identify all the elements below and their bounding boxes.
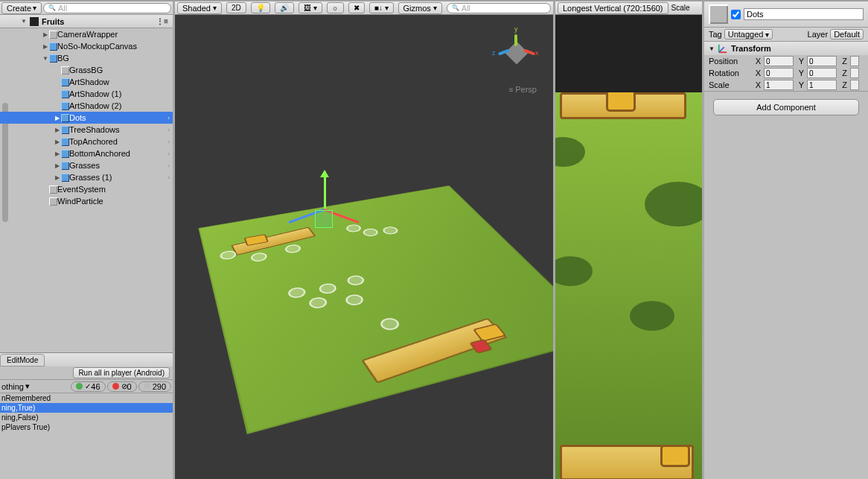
hierarchy-item[interactable]: ▶ CameraWrapper: [0, 28, 173, 40]
test-row[interactable]: pPlavers True): [0, 422, 173, 432]
position-z[interactable]: [850, 56, 859, 66]
dot: [317, 282, 338, 295]
rotation-z[interactable]: [850, 68, 859, 78]
dot: [287, 286, 307, 299]
run-all-button[interactable]: Run all in player (Android): [73, 367, 170, 378]
persp-label[interactable]: ≡ Persp: [509, 85, 537, 94]
scale-z[interactable]: [850, 80, 859, 90]
test-row[interactable]: ning,True): [0, 403, 173, 413]
add-component-button[interactable]: Add Component: [713, 99, 859, 115]
orientation-gizmo[interactable]: y x z: [494, 30, 538, 74]
hierarchy-item-label: ArtShadow: [69, 77, 109, 86]
gizmos-button[interactable]: Gizmos ▾: [398, 2, 442, 14]
scale-y[interactable]: [807, 80, 837, 90]
transform-header[interactable]: ▼ Transform: [704, 42, 868, 55]
hierarchy-item[interactable]: ▶ Grasses›: [0, 159, 173, 171]
cube-icon: [61, 66, 69, 74]
hierarchy-item[interactable]: ▶ Grasses (1)›: [0, 171, 173, 183]
tools-icon[interactable]: ✖: [348, 2, 365, 13]
tests-list[interactable]: nRememberedning,True)ning,False)pPlavers…: [0, 393, 173, 479]
active-checkbox[interactable]: [731, 10, 741, 19]
hierarchy-item[interactable]: ArtShadow (1): [0, 88, 173, 100]
rotation-y[interactable]: [807, 68, 837, 78]
scale-label: Scale: [709, 80, 750, 89]
dot: [307, 296, 329, 309]
hierarchy-item[interactable]: EventSystem: [0, 183, 173, 195]
hierarchy-item[interactable]: ▶ Dots›: [0, 112, 173, 124]
audio-icon[interactable]: 🔊: [275, 2, 294, 13]
fx-icon[interactable]: 🖼 ▾: [299, 2, 322, 13]
scale-label: Scale: [671, 4, 690, 12]
hierarchy-item[interactable]: ▶ BottomAnchored›: [0, 147, 173, 159]
gameobject-name-field[interactable]: [744, 8, 864, 20]
shading-mode[interactable]: Shaded ▾: [177, 2, 222, 14]
transform-icon: [718, 43, 728, 54]
test-row[interactable]: ning,False): [0, 413, 173, 422]
cube-icon: [61, 90, 69, 98]
dot: [381, 226, 400, 235]
pass-pill[interactable]: ✓46: [71, 381, 105, 392]
rotation-label: Rotation: [709, 69, 750, 77]
test-row[interactable]: nRemembered: [0, 393, 173, 403]
cube-icon: [61, 78, 69, 86]
camera-icon[interactable]: ■↓ ▾: [369, 2, 394, 13]
editmode-tab[interactable]: EditMode: [0, 354, 45, 367]
hierarchy-item[interactable]: ▶ NoSo-MockupCanvas: [0, 40, 173, 52]
sun-icon[interactable]: ☼: [327, 2, 344, 13]
hierarchy-item[interactable]: ▶ TreeShadows›: [0, 124, 173, 136]
create-button[interactable]: Create ▾: [1, 2, 42, 14]
hierarchy-item-label: WindParticle: [57, 197, 103, 206]
tag-dropdown[interactable]: Untagged ▾: [724, 29, 773, 39]
fail-pill[interactable]: ⊘0: [107, 381, 137, 392]
2d-toggle[interactable]: 2D: [226, 2, 246, 13]
hierarchy-item[interactable]: ▶ TopAnchored›: [0, 136, 173, 147]
position-y[interactable]: [807, 56, 837, 66]
filter-nothing[interactable]: othing: [1, 382, 24, 391]
aspect-dropdown[interactable]: Longest Vertical (720:1560): [558, 2, 668, 14]
cube-icon: [49, 185, 57, 194]
game-viewport[interactable]: [555, 15, 702, 479]
hierarchy-item-label: GrassBG: [69, 66, 103, 74]
scene-toolbar: Shaded ▾ 2D 💡 🔊 🖼 ▾ ☼ ✖ ■↓ ▾ Gizmos ▾ Al…: [175, 1, 553, 15]
hierarchy-item[interactable]: GrassBG: [0, 64, 173, 76]
cube-icon: [61, 174, 69, 182]
chest: [606, 92, 636, 112]
scene-viewport[interactable]: y x z ≡ Persp: [175, 15, 553, 479]
hierarchy-item[interactable]: ArtShadow (2): [0, 100, 173, 112]
hierarchy-item-label: NoSo-MockupCanvas: [57, 42, 137, 51]
hierarchy-tree[interactable]: ▶ CameraWrapper▶ NoSo-MockupCanvas▼ BG G…: [0, 28, 173, 352]
gameobject-icon[interactable]: [709, 4, 728, 24]
cube-icon: [61, 126, 69, 134]
hierarchy-item[interactable]: ArtShadow: [0, 76, 173, 88]
hierarchy-item[interactable]: ▼ BG: [0, 52, 173, 64]
scene-search[interactable]: All: [447, 3, 551, 13]
chest: [660, 445, 690, 467]
dot: [378, 317, 402, 332]
hierarchy-item-label: BottomAnchored: [69, 149, 130, 158]
position-x[interactable]: [764, 56, 794, 66]
dot: [284, 244, 302, 254]
hierarchy-item-label: EventSystem: [57, 185, 106, 194]
cube-icon: [61, 150, 69, 158]
cube-icon: [49, 42, 57, 51]
light-icon[interactable]: 💡: [251, 2, 270, 13]
unity-icon: [30, 17, 39, 26]
hierarchy-item-label: ArtShadow (2): [69, 101, 121, 110]
cube-icon: [61, 162, 69, 170]
dot: [219, 250, 237, 261]
skip-pill[interactable]: 290: [138, 381, 171, 392]
cube-icon: [61, 114, 69, 122]
hierarchy-item[interactable]: WindParticle: [0, 195, 173, 207]
layer-label: Layer: [808, 30, 829, 39]
ground-plane: [198, 185, 553, 434]
hierarchy-item-label: TreeShadows: [69, 125, 119, 134]
rotation-x[interactable]: [764, 68, 794, 78]
hierarchy-item-label: BG: [57, 54, 69, 63]
dot: [345, 274, 366, 287]
scale-x[interactable]: [764, 80, 794, 90]
svg-line-2: [719, 47, 724, 52]
scene-header[interactable]: ▼ Fruits ⋮≡: [0, 15, 173, 28]
hierarchy-search[interactable]: All: [43, 3, 171, 13]
tag-label: Tag: [709, 30, 722, 39]
layer-dropdown[interactable]: Default: [830, 29, 864, 39]
